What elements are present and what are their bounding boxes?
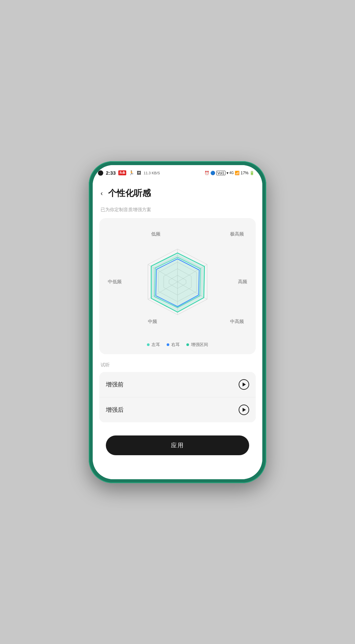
legend-dot-enhance xyxy=(186,343,189,346)
legend-dot-left xyxy=(147,343,150,346)
legend-left-ear: 左耳 xyxy=(147,342,160,348)
status-left: 2:33 头条 🏃 🖼 11.3 KB/S xyxy=(98,170,160,176)
alarm-icon: ⏰ xyxy=(204,171,209,175)
play-after-icon xyxy=(243,408,246,412)
camera-dot xyxy=(98,170,103,176)
play-before-button[interactable] xyxy=(239,379,249,390)
audio-items-list: 增强前 增强后 xyxy=(99,372,256,422)
apply-btn-wrapper: 应用 xyxy=(93,422,262,462)
apply-button[interactable]: 应用 xyxy=(106,435,249,455)
audio-before-label: 增强前 xyxy=(106,381,124,388)
status-bar: 2:33 头条 🏃 🖼 11.3 KB/S ⏰ 🔵 Vol1 ▾ 4G 📶 17… xyxy=(93,165,262,181)
image-icon: 🖼 xyxy=(137,170,141,175)
radar-legend: 左耳 右耳 增强区间 xyxy=(105,342,250,348)
legend-label-left: 左耳 xyxy=(152,342,160,348)
audio-item-before: 增强前 xyxy=(99,372,256,397)
news-badge: 头条 xyxy=(118,170,126,175)
legend-right-ear: 右耳 xyxy=(167,342,180,348)
play-before-icon xyxy=(243,383,246,386)
wifi-icon: ▾ xyxy=(226,171,228,175)
legend-dot-right xyxy=(167,343,169,346)
signal-bars: 📶 xyxy=(235,171,240,175)
trial-section-title: 试听 xyxy=(93,354,262,372)
legend-enhance-zone: 增强区间 xyxy=(186,342,208,348)
audio-item-after: 增强后 xyxy=(99,397,256,422)
status-time: 2:33 xyxy=(106,170,116,176)
page-title: 个性化听感 xyxy=(108,187,151,199)
bluetooth-icon: 🔵 xyxy=(210,171,215,175)
signal-4g: 4G xyxy=(229,171,234,175)
radar-card: 低频 极高频 中低频 高频 中频 中高频 xyxy=(99,218,256,354)
subtitle: 已为你定制音质增强方案 xyxy=(93,204,262,218)
battery-percent: 17% xyxy=(241,171,248,175)
audio-after-label: 增强后 xyxy=(106,406,124,414)
radar-chart-svg xyxy=(135,239,220,325)
legend-label-enhance: 增强区间 xyxy=(191,342,208,348)
main-content: ‹ 个性化听感 已为你定制音质增强方案 低频 极高频 中低频 高频 中频 中高频 xyxy=(93,181,262,479)
radar-labels-container: 低频 极高频 中低频 高频 中频 中高频 xyxy=(105,226,250,338)
battery-icon: 🔋 xyxy=(249,171,254,175)
phone-frame: 2:33 头条 🏃 🖼 11.3 KB/S ⏰ 🔵 Vol1 ▾ 4G 📶 17… xyxy=(89,161,266,483)
vol-icon: Vol1 xyxy=(216,171,225,175)
status-right: ⏰ 🔵 Vol1 ▾ 4G 📶 17% 🔋 xyxy=(204,171,254,175)
page-header: ‹ 个性化听感 xyxy=(93,181,262,204)
radar-svg-container xyxy=(105,226,250,338)
phone-screen: 2:33 头条 🏃 🖼 11.3 KB/S ⏰ 🔵 Vol1 ▾ 4G 📶 17… xyxy=(93,165,262,479)
network-speed: 11.3 KB/S xyxy=(144,171,160,175)
svg-marker-11 xyxy=(151,253,204,312)
run-icon: 🏃 xyxy=(129,170,134,175)
back-button[interactable]: ‹ xyxy=(101,189,103,197)
play-after-button[interactable] xyxy=(239,405,249,415)
legend-label-right: 右耳 xyxy=(171,342,180,348)
phone-wrapper: 2:33 头条 🏃 🖼 11.3 KB/S ⏰ 🔵 Vol1 ▾ 4G 📶 17… xyxy=(89,161,266,483)
